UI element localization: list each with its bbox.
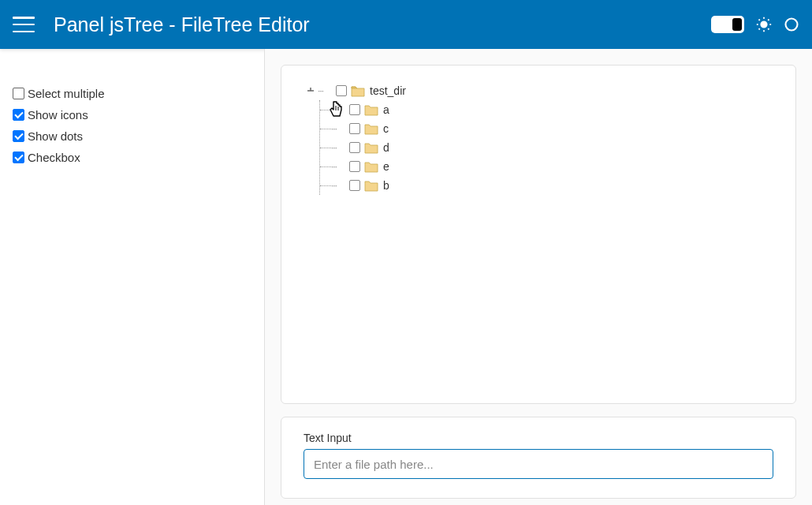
app-header: Panel jsTree - FileTree Editor [0,0,812,49]
option-checkbox[interactable]: Checkbox [13,151,251,164]
tree-connector: ···· [331,125,345,133]
file-tree-panel: ···· test_dir ···· a ···· [281,65,796,404]
tree-node-label[interactable]: d [383,141,389,154]
checkbox-show-dots[interactable] [13,130,24,142]
checkbox-checkbox[interactable] [13,152,24,163]
folder-icon [364,179,378,192]
option-label: Show dots [28,129,83,143]
option-label: Checkbox [28,151,80,164]
tree-node-label[interactable]: e [383,160,389,173]
folder-icon [364,141,378,154]
tree-node[interactable]: ···· a [320,100,773,119]
option-show-icons[interactable]: Show icons [13,108,251,122]
tree-node-checkbox[interactable] [349,180,360,191]
circle-icon[interactable] [784,17,799,32]
tree-node-checkbox[interactable] [349,104,360,115]
toggle-knob [732,18,742,31]
tree-connector: ···· [331,181,345,190]
tree-connector: ···· [331,163,345,171]
text-input-label: Text Input [304,432,773,444]
hamburger-menu-icon[interactable] [13,17,35,32]
header-controls [711,16,799,33]
tree-node-label[interactable]: test_dir [370,84,406,97]
folder-icon [364,122,378,135]
tree-node-checkbox[interactable] [349,123,360,134]
content-area: Select multiple Show icons Show dots Che… [0,49,812,505]
main-panel: ···· test_dir ···· a ···· [265,49,812,505]
svg-line-7 [759,28,760,29]
folder-icon [364,103,378,116]
folder-icon [351,84,365,97]
tree-node-label[interactable]: a [383,103,389,116]
tree-node[interactable]: ···· d [320,138,773,157]
folder-icon [364,160,378,173]
option-select-multiple[interactable]: Select multiple [13,87,251,100]
svg-line-4 [768,28,769,29]
checkbox-show-icons[interactable] [13,109,24,121]
tree-node-root[interactable]: ···· test_dir [304,81,773,100]
checkbox-select-multiple[interactable] [13,88,24,99]
tree-connector: ···· [318,87,332,95]
tree-node[interactable]: ···· c [320,119,773,138]
file-path-input[interactable] [304,449,773,479]
tree-node-checkbox[interactable] [349,161,360,172]
tree-node-label[interactable]: c [383,122,389,135]
sun-icon[interactable] [755,16,773,33]
tree-node-checkbox[interactable] [349,142,360,153]
tree-node-label[interactable]: b [383,179,389,192]
svg-point-9 [786,19,798,31]
tree-connector: ···· [331,106,345,114]
theme-toggle[interactable] [711,16,744,33]
tree-node[interactable]: ···· b [320,176,773,195]
tree-node-checkbox[interactable] [336,85,347,96]
svg-line-8 [768,20,769,21]
option-label: Select multiple [28,87,105,100]
option-show-dots[interactable]: Show dots [13,129,251,143]
tree-children: ···· a ···· c ···· [319,100,773,195]
svg-line-3 [759,20,760,21]
option-label: Show icons [28,108,88,122]
tree-connector: ···· [331,144,345,152]
expand-toggle-icon[interactable] [304,84,318,98]
svg-point-0 [761,21,766,27]
sidebar: Select multiple Show icons Show dots Che… [0,49,265,505]
app-title: Panel jsTree - FileTree Editor [54,13,711,36]
text-input-panel: Text Input [281,417,796,499]
tree-node[interactable]: ···· e [320,157,773,176]
